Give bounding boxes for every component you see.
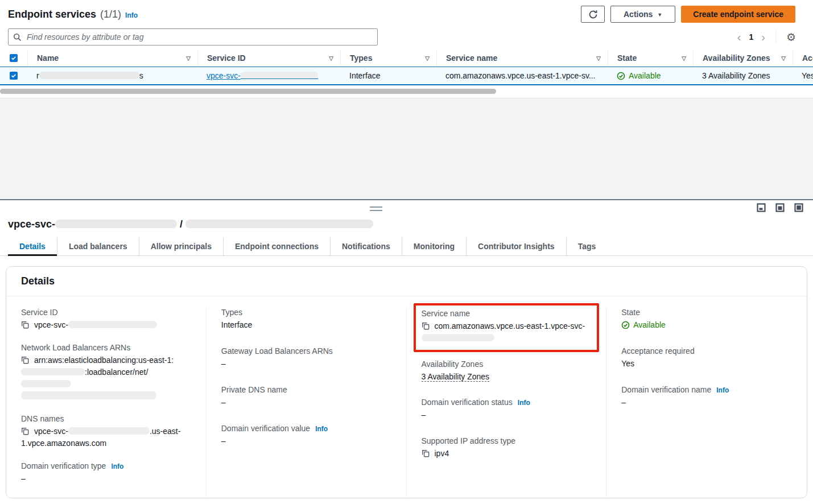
search-input[interactable]: [26, 32, 373, 42]
title-group: Endpoint services (1/1) Info: [8, 9, 138, 20]
field-value: vpce-svc-: [34, 427, 68, 436]
copy-icon[interactable]: [422, 322, 430, 330]
field-label: Supported IP address type: [422, 436, 592, 445]
info-link[interactable]: Info: [518, 399, 530, 407]
copy-icon[interactable]: [422, 449, 430, 457]
redacted-text: [21, 380, 71, 387]
field-label: Availability Zones: [422, 360, 592, 369]
resource-count: (1/1): [100, 9, 121, 20]
field-value: vpce-svc-: [34, 320, 68, 329]
field-supported-ip-address-type: Supported IP address type ipv4: [422, 436, 592, 460]
column-header-name-label: Name: [37, 53, 59, 63]
page-title: Endpoint services: [8, 9, 96, 20]
column-header-acceptance[interactable]: Acceptance required: [793, 50, 813, 66]
tab-notifications[interactable]: Notifications: [330, 237, 402, 256]
field-nlb-arns: Network Load Balancers ARNs arn:aws:elas…: [21, 343, 191, 402]
field-domain-verification-type: Domain verification typeInfo –: [21, 461, 191, 485]
column-header-service-id[interactable]: Service ID ▽: [197, 50, 340, 66]
cell-name-prefix: r: [36, 71, 39, 80]
split-panel-drag-handle[interactable]: [370, 206, 382, 211]
actions-button-label: Actions: [624, 10, 653, 19]
column-header-acceptance-label: Acceptance required: [802, 53, 813, 63]
info-link[interactable]: Info: [111, 462, 123, 470]
field-value: Interface: [221, 319, 391, 331]
row-checkbox[interactable]: [10, 72, 18, 80]
field-types: Types Interface: [221, 308, 391, 331]
next-page-icon[interactable]: ›: [761, 31, 765, 43]
tab-details[interactable]: Details: [8, 237, 57, 256]
select-all-checkbox[interactable]: [10, 54, 18, 62]
copy-icon[interactable]: [21, 427, 29, 435]
status-available-icon: [617, 72, 625, 80]
current-page-number[interactable]: 1: [749, 32, 753, 42]
sort-icon: ▽: [781, 55, 786, 61]
tab-endpoint-connections[interactable]: Endpoint connections: [223, 237, 330, 256]
field-service-name: Service name com.amazonaws.vpce.us-east-…: [422, 309, 592, 344]
page: Endpoint services (1/1) Info Actions ▼ C…: [0, 0, 813, 504]
info-link[interactable]: Info: [125, 11, 138, 19]
refresh-button[interactable]: [581, 6, 605, 23]
search-box[interactable]: [8, 28, 378, 46]
column-header-availability-zones[interactable]: Availability Zones ▽: [693, 50, 793, 66]
create-endpoint-service-button[interactable]: Create endpoint service: [681, 6, 795, 23]
copy-icon[interactable]: [21, 356, 29, 364]
preferences-gear-icon[interactable]: ⚙: [786, 32, 796, 43]
info-link[interactable]: Info: [716, 386, 729, 394]
tab-load-balancers[interactable]: Load balancers: [57, 237, 139, 256]
table-row[interactable]: rs vpce-svc- Interface com.amazonaws.vpc…: [0, 67, 813, 85]
details-column-1: Service ID vpce-svc- Network Load Balanc…: [6, 308, 207, 497]
cell-service-name: com.amazonaws.vpce.us-east-1.vpce-sv...: [436, 71, 608, 80]
field-value: Yes: [621, 358, 792, 370]
previous-page-icon[interactable]: ‹: [737, 31, 741, 43]
actions-button[interactable]: Actions ▼: [610, 6, 675, 23]
details-card-header: Details: [6, 267, 807, 296]
tab-contributor-insights[interactable]: Contributor Insights: [466, 237, 566, 256]
column-header-types-label: Types: [350, 53, 372, 63]
panel-size-medium-icon[interactable]: [775, 203, 785, 212]
details-card-title: Details: [21, 275, 55, 287]
field-label: Network Load Balancers ARNs: [21, 343, 191, 352]
field-label: DNS names: [21, 414, 191, 423]
row-checkbox-cell: [0, 72, 27, 80]
field-label: Domain verification type: [21, 461, 106, 470]
column-header-state[interactable]: State ▽: [608, 50, 693, 66]
panel-size-controls: [757, 203, 803, 212]
column-header-service-name[interactable]: Service name ▽: [436, 50, 608, 66]
field-domain-verification-value: Domain verification valueInfo –: [221, 424, 391, 447]
cell-state: Available: [608, 71, 693, 80]
redacted-text: [21, 391, 156, 399]
field-label: Types: [221, 308, 391, 317]
field-value: :loadbalancer/net/: [85, 367, 148, 377]
redacted-text: [21, 368, 85, 375]
redacted-text: [241, 72, 318, 79]
availability-zones-popover-link[interactable]: 3 Availability Zones: [702, 71, 770, 80]
column-header-name[interactable]: Name ▽: [27, 50, 197, 66]
panel-title-prefix: vpce-svc-: [8, 218, 55, 230]
info-link[interactable]: Info: [315, 425, 328, 433]
panel-size-small-icon[interactable]: [757, 203, 766, 212]
field-value: –: [221, 435, 391, 447]
split-panel-controls: [0, 200, 813, 217]
column-header-availability-zones-label: Availability Zones: [703, 53, 770, 63]
panel-size-full-icon[interactable]: [794, 203, 803, 212]
tab-monitoring[interactable]: Monitoring: [402, 237, 466, 256]
redacted-text: [68, 427, 150, 435]
field-value: –: [621, 396, 792, 408]
service-id-link[interactable]: vpce-svc-: [207, 71, 318, 80]
column-header-types[interactable]: Types ▽: [340, 50, 436, 66]
cell-name: rs: [27, 71, 197, 80]
horizontal-scrollbar-thumb[interactable]: [0, 89, 496, 94]
panel-title-separator: /: [180, 218, 183, 230]
copy-icon[interactable]: [21, 321, 29, 329]
field-private-dns-name: Private DNS name –: [221, 385, 391, 408]
field-label-row: Domain verification typeInfo: [21, 461, 191, 470]
tab-tags[interactable]: Tags: [566, 237, 608, 256]
field-state: State Available: [621, 308, 792, 331]
availability-zones-popover-link[interactable]: 3 Availability Zones: [422, 372, 490, 382]
tab-allow-principals[interactable]: Allow principals: [139, 237, 223, 256]
split-panel-title: vpce-svc- /: [0, 217, 813, 237]
field-label: Acceptance required: [621, 346, 792, 356]
field-label: Domain verification status: [422, 398, 513, 407]
split-panel: vpce-svc- / Details Load balancers Allow…: [0, 199, 813, 504]
refresh-icon: [588, 10, 598, 19]
